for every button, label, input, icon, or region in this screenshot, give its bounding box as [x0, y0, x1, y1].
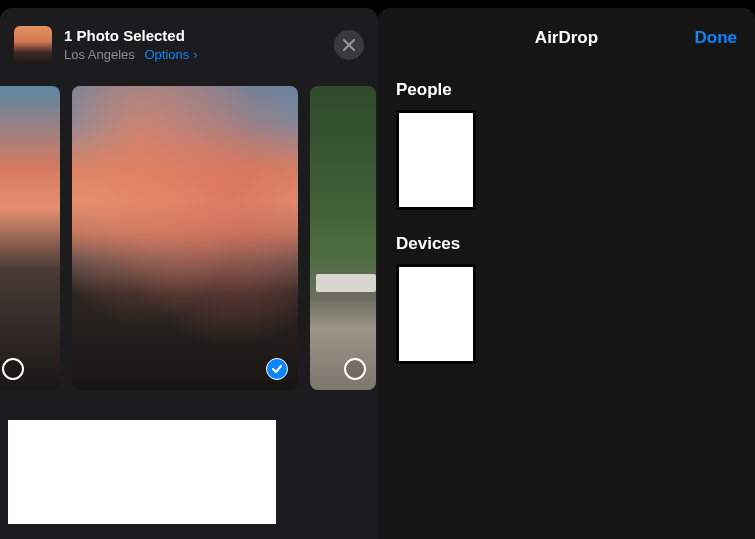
people-section-title: People [396, 80, 737, 100]
photo-item[interactable] [72, 86, 298, 390]
photo-item[interactable] [310, 86, 376, 390]
chevron-right-icon: › [190, 48, 197, 62]
share-title-block: 1 Photo Selected Los Angeles Options › [64, 27, 322, 63]
airdrop-person-tile[interactable] [396, 110, 476, 210]
airdrop-title: AirDrop [535, 28, 598, 48]
select-circle-icon[interactable] [344, 358, 366, 380]
share-subtitle: Los Angeles Options › [64, 47, 322, 63]
share-sheet: 1 Photo Selected Los Angeles Options › [0, 8, 378, 539]
people-section: People [378, 80, 755, 220]
airdrop-device-tile[interactable] [396, 264, 476, 364]
select-circle-icon[interactable] [2, 358, 24, 380]
photo-item[interactable] [0, 86, 60, 390]
share-targets-placeholder [8, 420, 276, 524]
selected-checkmark-icon[interactable] [266, 358, 288, 380]
close-icon [343, 39, 355, 51]
selected-photo-thumbnail [14, 26, 52, 64]
devices-section: Devices [378, 234, 755, 374]
photo-carousel[interactable] [0, 74, 378, 390]
airdrop-header: AirDrop Done [378, 8, 755, 66]
airdrop-panel: AirDrop Done People Devices [378, 8, 755, 539]
close-button[interactable] [334, 30, 364, 60]
share-header: 1 Photo Selected Los Angeles Options › [0, 8, 378, 74]
share-location: Los Angeles [64, 47, 135, 62]
done-button[interactable]: Done [695, 28, 738, 48]
share-title: 1 Photo Selected [64, 27, 322, 45]
options-link[interactable]: Options › [144, 47, 197, 62]
devices-section-title: Devices [396, 234, 737, 254]
